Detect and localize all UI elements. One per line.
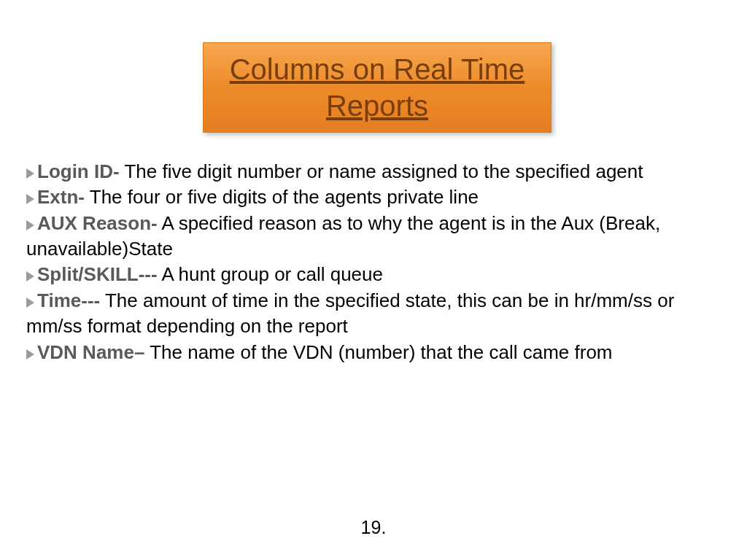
term: Login ID — [37, 160, 113, 182]
separator: --- — [81, 289, 100, 311]
list-item: Login ID- The five digit number or name … — [26, 159, 721, 184]
list-item: Time--- The amount of time in the specif… — [26, 288, 721, 340]
term: Split/SKILL — [37, 263, 139, 285]
list-item: VDN Name– The name of the VDN (number) t… — [26, 340, 721, 365]
term: VDN Name — [37, 341, 134, 363]
bullet-icon — [26, 298, 34, 308]
description: The four or five digits of the agents pr… — [85, 186, 479, 208]
separator: --- — [139, 263, 158, 285]
description: The name of the VDN (number) that the ca… — [144, 341, 612, 363]
list-item: Extn- The four or five digits of the age… — [26, 184, 721, 210]
description: A hunt group or call queue — [158, 263, 383, 285]
separator: - — [151, 212, 158, 234]
title-box: Columns on Real Time Reports — [203, 42, 551, 133]
list-item: Split/SKILL--- A hunt group or call queu… — [26, 262, 721, 287]
slide: Columns on Real Time Reports Login ID- T… — [0, 0, 747, 560]
separator: - — [113, 160, 120, 182]
separator: - — [78, 186, 85, 208]
term: Time — [37, 289, 81, 311]
list-item: AUX Reason- A specified reason as to why… — [26, 211, 721, 262]
separator: – — [134, 341, 144, 363]
page-number: 19. — [0, 517, 747, 538]
term: AUX Reason — [37, 212, 151, 234]
bullet-icon — [26, 271, 34, 281]
bullet-icon — [26, 168, 34, 179]
bullet-icon — [26, 349, 34, 359]
slide-title: Columns on Real Time Reports — [204, 51, 551, 124]
bullet-icon — [26, 220, 34, 230]
term: Extn — [37, 186, 78, 208]
bullet-icon — [26, 194, 34, 204]
content-area: Login ID- The five digit number or name … — [26, 159, 721, 365]
description: The amount of time in the specified stat… — [26, 289, 674, 337]
description: The five digit number or name assigned t… — [120, 160, 643, 182]
